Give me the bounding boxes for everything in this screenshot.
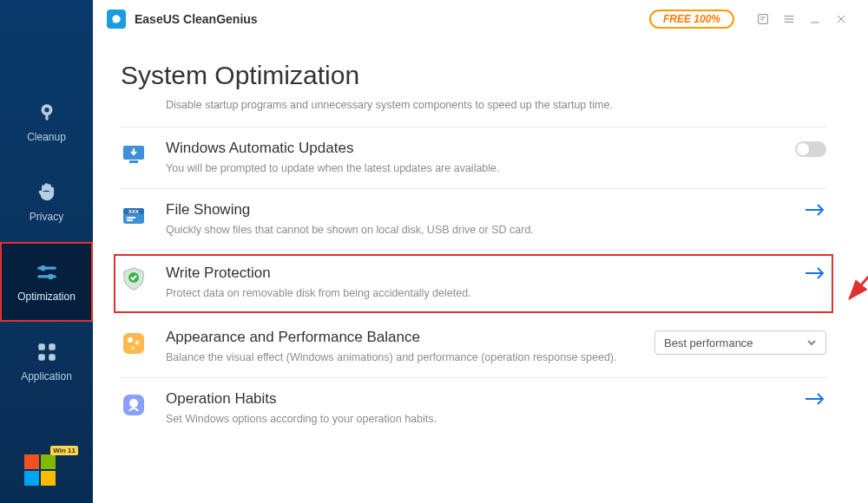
svg-point-23 <box>131 346 135 349</box>
minimize-button[interactable] <box>802 6 828 32</box>
svg-rect-17 <box>127 217 135 219</box>
sidebar-item-label: Application <box>21 370 72 382</box>
close-icon <box>834 12 848 26</box>
svg-text:XXX: XXX <box>128 209 139 214</box>
row-operation-habits[interactable]: Operation Habits Set Windows options acc… <box>121 378 826 439</box>
menu-button[interactable] <box>776 6 802 32</box>
title-bar: EaseUS CleanGenius FREE 100% <box>93 0 868 38</box>
dropdown-value: Best performance <box>664 336 753 349</box>
page-title: System Optimization <box>121 61 826 90</box>
broom-icon <box>36 101 58 124</box>
palette-icon <box>121 330 147 356</box>
row-write-protection[interactable]: Write Protection Protect data on removab… <box>114 254 833 313</box>
svg-rect-10 <box>49 354 56 361</box>
feedback-button[interactable] <box>750 6 776 32</box>
sidebar: Cleanup Privacy Optimization Application… <box>0 0 93 503</box>
sidebar-item-privacy[interactable]: Privacy <box>0 162 93 242</box>
content: System Optimization Disable startup prog… <box>93 38 868 439</box>
row-desc: You will be prompted to update when the … <box>166 162 785 174</box>
sliders-icon <box>36 261 58 284</box>
windows-logo-icon <box>24 454 56 486</box>
svg-point-4 <box>40 265 46 271</box>
windows-promo[interactable]: Win 11 <box>24 454 68 486</box>
svg-rect-2 <box>45 114 48 121</box>
row-appearance-balance: Appearance and Performance Balance Balan… <box>121 317 826 378</box>
updates-toggle[interactable] <box>795 141 826 157</box>
row-title: File Showing <box>166 201 793 219</box>
app-title: EaseUS CleanGenius <box>135 12 258 26</box>
monitor-download-icon <box>121 141 147 167</box>
svg-point-1 <box>44 108 49 112</box>
row-title: Write Protection <box>166 265 793 282</box>
hand-icon <box>36 181 58 204</box>
main-pane: EaseUS CleanGenius FREE 100% System Opti… <box>93 0 868 503</box>
chevron-down-icon <box>806 337 817 348</box>
row-title: Appearance and Performance Balance <box>166 329 644 346</box>
row-desc: Set Windows options according to your op… <box>166 413 793 425</box>
arrow-right-icon <box>804 266 826 280</box>
write-protection-arrow[interactable] <box>804 265 826 280</box>
habits-icon <box>121 392 147 418</box>
row-desc: Quickly show files that cannot be shown … <box>166 224 793 236</box>
app-logo-icon <box>107 10 126 29</box>
svg-point-25 <box>129 399 138 408</box>
svg-rect-18 <box>127 219 133 221</box>
file-showing-arrow[interactable] <box>804 201 826 217</box>
sidebar-item-cleanup[interactable]: Cleanup <box>0 82 93 162</box>
shield-check-icon <box>121 266 147 292</box>
svg-rect-7 <box>38 343 45 350</box>
svg-rect-5 <box>37 275 56 278</box>
operation-habits-arrow[interactable] <box>804 390 826 406</box>
row-desc: Protect data on removable disk from bein… <box>166 287 793 299</box>
arrow-right-icon <box>804 203 826 217</box>
sidebar-item-label: Privacy <box>30 211 63 223</box>
row-title: Operation Habits <box>166 390 793 408</box>
svg-rect-20 <box>123 333 144 354</box>
sidebar-item-optimization[interactable]: Optimization <box>0 242 93 322</box>
sidebar-item-label: Cleanup <box>27 131 66 143</box>
hamburger-icon <box>782 12 796 26</box>
svg-rect-9 <box>38 354 45 361</box>
file-card-icon: XXX <box>121 203 147 229</box>
row-title: Windows Automatic Updates <box>166 140 785 157</box>
svg-rect-8 <box>49 343 56 350</box>
arrow-right-icon <box>804 392 826 406</box>
appearance-dropdown[interactable]: Best performance <box>654 330 826 355</box>
row-desc: Balance the visual effect (Windows anima… <box>166 351 644 363</box>
minimize-icon <box>808 12 822 26</box>
svg-point-21 <box>128 337 133 343</box>
note-icon <box>756 12 770 26</box>
svg-rect-13 <box>129 160 138 163</box>
row-file-showing[interactable]: XXX File Showing Quickly show files that… <box>121 189 826 251</box>
row-windows-updates: Windows Automatic Updates You will be pr… <box>121 127 826 189</box>
close-button[interactable] <box>828 6 854 32</box>
promo-badge: Win 11 <box>50 446 78 455</box>
svg-point-22 <box>135 341 140 345</box>
apps-grid-icon <box>36 341 58 363</box>
svg-point-6 <box>48 274 54 280</box>
sidebar-item-label: Optimization <box>17 291 76 303</box>
free-badge[interactable]: FREE 100% <box>649 10 734 29</box>
sidebar-item-application[interactable]: Application <box>0 322 93 402</box>
page-subtitle: Disable startup programs and unnecessary… <box>121 99 826 111</box>
svg-rect-11 <box>759 15 768 24</box>
